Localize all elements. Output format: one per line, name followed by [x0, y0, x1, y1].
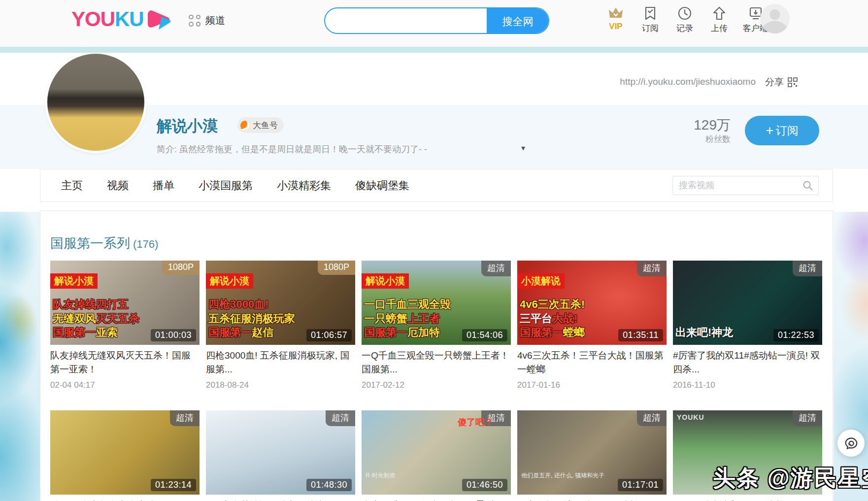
channels-menu[interactable]: 频道 — [189, 14, 225, 27]
nav-vip[interactable]: VIP — [605, 6, 627, 34]
quality-badge: 超清 — [481, 261, 511, 276]
fans-count: 129万 — [694, 116, 731, 134]
duration-badge: 01:35:11 — [618, 329, 663, 341]
section-count: (176) — [133, 238, 158, 250]
nav-subscriptions[interactable]: 订阅 — [639, 6, 661, 34]
duration-badge: 01:23:14 — [151, 479, 196, 491]
video-title[interactable]: 队友掉线无缝双风灭天五杀！国服第一亚索！ — [50, 349, 200, 376]
tab-2[interactable]: 播单 — [153, 178, 174, 193]
tab-3[interactable]: 小漠国服第 — [199, 178, 253, 193]
video-date: 2017-01-16 — [517, 380, 667, 390]
channel-tabs-bar: 主页视频播单小漠国服第小漠精彩集傻缺碉堡集 — [40, 169, 833, 202]
duration-badge: 01:06:57 — [306, 329, 352, 341]
duration-badge: 01:17:01 — [618, 479, 663, 491]
thumb-overlay-text: 四枪3000血!五杀征服消极玩家国服第一赵信 — [208, 298, 295, 340]
thumb-overlay-text: 出来吧!神龙 — [675, 326, 733, 340]
user-avatar[interactable] — [760, 4, 790, 33]
upload-arrow-icon — [712, 6, 727, 21]
video-search-input[interactable] — [679, 176, 792, 195]
video-search — [672, 176, 819, 195]
search-icon[interactable] — [802, 180, 813, 191]
video-thumbnail[interactable]: 解说小漠 1080P 队友掉线四打五无缝双风灭天五杀国服第一亚索 01:00:0… — [50, 261, 200, 345]
fish-icon — [239, 119, 251, 131]
duration-badge: 01:46:50 — [462, 479, 507, 491]
nav-history[interactable]: 记录 — [674, 6, 696, 34]
video-card: 超清 01:48:30 300穿血基她双五杀六四杀惊王 — [206, 410, 355, 501]
dayu-badge[interactable]: 大鱼号 — [237, 117, 284, 133]
tab-0[interactable]: 主页 — [61, 178, 83, 193]
video-title[interactable]: 一Q千血三观全毁一只螃蟹上王者！国服第... — [362, 349, 511, 376]
channel-url: http://i.youku.com/jieshuoxiaomo — [620, 76, 756, 87]
thumb-banner: 解说小漠 — [50, 273, 98, 289]
quality-badge: 超清 — [637, 410, 667, 426]
tab-5[interactable]: 傻缺碉堡集 — [355, 178, 409, 193]
video-title[interactable]: 4v6三次五杀！三平台大战！国服第一螳螂 — [517, 349, 667, 376]
fans-label: 粉丝数 — [705, 134, 731, 145]
video-thumbnail[interactable]: 超清 出来吧!神龙 01:22:53 — [673, 261, 822, 345]
share-button[interactable]: 分享 — [765, 76, 798, 89]
channels-label: 频道 — [205, 14, 225, 27]
thumb-banner: 解说小漠 — [206, 273, 253, 289]
chat-fab-button[interactable] — [837, 430, 865, 457]
quality-badge: 超清 — [170, 410, 200, 426]
thumb-overlay-text: 队友掉线四打五无缝双风灭天五杀国服第一亚索 — [53, 298, 139, 340]
video-title[interactable]: 秒3000血穿极奥义皇水杀！ — [50, 499, 200, 501]
channel-intro: 简介: 虽然经常拖更，但是不是周日就是周日！晚一天就不要动刀了- - — [157, 143, 427, 155]
quality-badge: 超清 — [793, 261, 822, 276]
video-thumbnail[interactable]: 小漠解说 超清 4v6三次五杀!三平台大战!国服第一螳螂 01:35:11 — [517, 261, 667, 345]
vip-crown-icon — [608, 6, 624, 20]
thumb-overlay-text: 一口千血三观全毁一只螃蟹上王者国服第一厄加特 — [364, 298, 451, 340]
thumb-logo-text: YOUKU — [677, 413, 704, 421]
channel-avatar[interactable] — [47, 54, 144, 151]
tab-4[interactable]: 小漠精彩集 — [277, 178, 331, 193]
video-thumbnail[interactable]: 超清 他们是五开, 还什么, 骚猪和光子 01:17:01 — [517, 410, 667, 495]
quality-badge: 超清 — [637, 261, 667, 276]
tab-1[interactable]: 视频 — [107, 178, 129, 193]
video-thumbnail[interactable]: 解说小漠 1080P 四枪3000血!五杀征服消极玩家国服第一赵信 01:06:… — [206, 261, 355, 345]
subscribe-button[interactable]: +订阅 — [745, 116, 819, 145]
duration-badge: 01:00:03 — [151, 329, 196, 341]
global-search: 搜全网 — [324, 7, 549, 34]
video-card: 小漠解说 超清 4v6三次五杀!三平台大战!国服第一螳螂 01:35:11 4v… — [517, 261, 667, 390]
quality-badge: 超清 — [793, 410, 822, 426]
video-row: 超清 01:23:14 秒3000血穿极奥义皇水杀！ 超清 01:48:30 3… — [50, 410, 822, 501]
background-art-right — [834, 212, 868, 501]
video-card: 解说小漠 超清 一口千血三观全毁一只螃蟹上王者国服第一厄加特 01:54:06 … — [362, 261, 511, 390]
video-thumbnail[interactable]: 超清 傻了吧？ R·时光制造 01:46:50 — [362, 410, 511, 495]
video-title[interactable]: #厉害了我的双11#感动钻一演员! 双四杀... — [673, 349, 822, 376]
duration-badge: 01:54:06 — [462, 329, 507, 341]
youku-wordmark: YOUKU — [71, 9, 144, 30]
thumb-banner: 解说小漠 — [362, 273, 409, 289]
banner-strip — [0, 47, 868, 53]
search-button[interactable]: 搜全网 — [487, 8, 549, 34]
youku-logo[interactable]: YOUKU — [71, 8, 172, 31]
thumb-caption-red: 傻了吧？ — [458, 416, 493, 428]
video-title[interactable]: 五次五杀史诗翻盘局！大战vs... — [673, 499, 822, 501]
grid-icon — [189, 15, 200, 27]
chat-bubble-icon — [844, 436, 859, 451]
video-card: 超清 傻了吧？ R·时光制造 01:46:50 史上最贱BUG套路三弹王阻晨瞬 — [362, 410, 511, 501]
quality-badge: 超清 — [326, 410, 355, 426]
thumb-caption-white: 他们是五开, 还什么, 骚猪和光子 — [521, 471, 604, 480]
quality-badge: 1080P — [318, 261, 355, 275]
video-date: 2018-08-24 — [206, 380, 355, 390]
video-thumbnail[interactable]: 解说小漠 超清 一口千血三观全毁一只螃蟹上王者国服第一厄加特 01:54:06 — [362, 261, 511, 345]
duration-badge: 01:48:30 — [306, 479, 352, 491]
tabs-list: 主页视频播单小漠国服第小漠精彩集傻缺碉堡集 — [61, 178, 409, 193]
chevron-down-icon[interactable]: ▾ — [521, 143, 525, 153]
search-input[interactable] — [335, 8, 488, 33]
video-thumbnail[interactable]: 超清 01:48:30 — [206, 410, 355, 495]
video-card: 解说小漠 1080P 四枪3000血!五杀征服消极玩家国服第一赵信 01:06:… — [206, 261, 355, 390]
thumb-overlay-text: 4v6三次五杀!三平台大战!国服第一螳螂 — [520, 298, 585, 340]
video-title[interactable]: 史上最贱BUG套路三弹王阻晨瞬 — [362, 499, 511, 501]
header-nav: VIP 订阅 记录 上传 — [605, 6, 768, 34]
video-title[interactable]: 死亡奄炸敖济五杀几何竖猪桶 — [517, 499, 667, 501]
video-title[interactable]: 300穿血基她双五杀六四杀惊王 — [206, 499, 355, 501]
nav-upload[interactable]: 上传 — [708, 6, 730, 34]
thumb-banner: 小漠解说 — [517, 273, 565, 289]
channel-name: 解说小漠 — [157, 116, 218, 136]
video-title[interactable]: 四枪3000血! 五杀征服消极玩家, 国服第... — [206, 349, 355, 376]
youku-play-icon — [147, 8, 172, 31]
video-thumbnail[interactable]: 超清 01:23:14 — [50, 410, 200, 495]
top-header: YOUKU 频道 搜全网 VIP 订阅 — [0, 0, 868, 47]
